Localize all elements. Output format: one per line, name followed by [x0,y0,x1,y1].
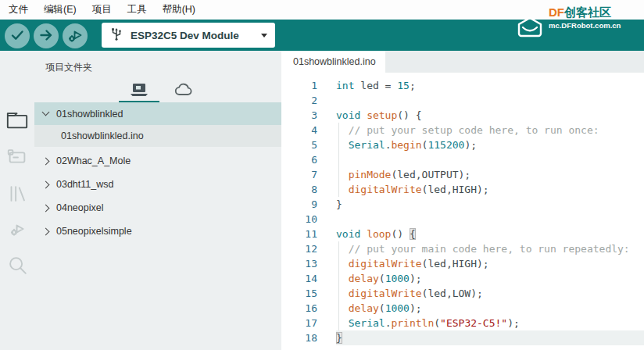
code-line-content [317,152,336,167]
line-number: 13 [281,256,317,271]
line-number: 2 [281,93,317,108]
code-line[interactable]: 15 digitalWrite(led,LOW); [281,286,644,301]
code-line-content: int led = 15; [317,78,416,93]
chevron-right-icon[interactable] [42,227,50,235]
tree-folder-item[interactable]: 05neopixelsimple [34,220,281,242]
debug-button[interactable] [63,23,88,48]
line-number: 15 [281,286,317,301]
line-number: 10 [281,212,317,227]
code-line-content: void loop() { [317,227,416,241]
code-line[interactable]: 2 [281,93,644,108]
code-line-content: digitalWrite(led,LOW); [317,286,483,301]
ide-window: 文件编辑(E)项目工具帮助(H) ESP32C5 Dev Module DF创客… [0,0,644,350]
tree-item-label: 01showblinkled [56,109,123,120]
line-number: 14 [281,271,317,286]
code-line[interactable]: 14 delay(1000); [281,271,644,286]
code-line[interactable]: 17 Serial.println("ESP32-C5!"); [281,316,644,330]
code-line-content: } [317,330,342,345]
tree-item-label: 03dht11_wsd [56,179,113,190]
code-line-content: digitalWrite(led,HIGH); [317,256,489,271]
tree-file-item[interactable]: 01showblinkled.ino [34,125,281,147]
cloud-icon [174,82,195,101]
debug-icon [67,27,83,45]
chevron-right-icon[interactable] [42,180,50,188]
menu-item-3[interactable]: 项目 [90,2,114,18]
tree-item-label: 02Whac_A_Mole [56,155,131,166]
code-line-content: delay(1000); [317,301,422,316]
folder-icon[interactable] [5,109,29,132]
upload-button[interactable] [34,23,59,48]
chevron-right-icon[interactable] [42,157,50,165]
cloud-tab[interactable] [164,82,205,101]
line-number: 7 [281,167,317,182]
tree-folder-item[interactable]: 01showblinkled [34,102,281,125]
editor-tab[interactable]: 01showblinkled.ino [281,51,385,73]
code-line-content: pinMode(led,OUTPUT); [317,167,470,182]
tree-folder-item[interactable]: 02Whac_A_Mole [34,150,281,172]
code-line-content: } [317,197,342,212]
tree-item-label: 04neopixel [56,202,103,213]
file-panel: 项目文件夹 01showblinkled01showblinkled.ino02… [34,51,281,350]
line-number: 18 [281,330,317,345]
code-line[interactable]: 6 [281,152,644,167]
activity-bar [0,51,34,350]
code-line[interactable]: 12 // put your main code here, to run re… [281,241,644,256]
board-icon[interactable] [5,145,29,169]
code-line-content: Serial.println("ESP32-C5!"); [317,316,520,330]
code-line[interactable]: 13 digitalWrite(led,HIGH); [281,256,644,271]
chevron-right-icon[interactable] [42,204,50,212]
line-number: 11 [281,227,317,241]
laptop-icon [129,82,149,101]
local-tab[interactable] [119,82,159,101]
verify-button[interactable] [5,23,30,48]
menu-item-2[interactable]: 编辑(E) [41,2,79,18]
code-line[interactable]: 9} [281,197,644,212]
search-icon[interactable] [5,254,29,277]
tree-item-label: 05neopixelsimple [56,226,132,237]
line-number: 17 [281,316,317,330]
menu-item-4[interactable]: 工具 [125,2,149,18]
line-number: 8 [281,182,317,197]
tree-item-label: 01showblinkled.ino [61,130,144,141]
board-selector[interactable]: ESP32C5 Dev Module [102,23,275,48]
code-line[interactable]: 16 delay(1000); [281,301,644,316]
board-selector-label: ESP32C5 Dev Module [131,30,258,41]
line-number: 5 [281,138,317,152]
library-icon[interactable] [5,182,29,205]
file-tree: 01showblinkled01showblinkled.ino02Whac_A… [34,102,281,244]
code-line-content: // put your main code here, to run repea… [317,241,630,256]
code-line-content: Serial.begin(115200); [317,138,477,152]
line-number: 3 [281,108,317,123]
code-line[interactable]: 4 // put your setup code here, to run on… [281,123,644,138]
code-editor[interactable]: 01showblinkled.ino 1int led = 15;23void … [281,51,644,350]
debug-icon[interactable] [5,217,29,241]
code-line[interactable]: 5 Serial.begin(115200); [281,138,644,152]
line-number: 4 [281,123,317,138]
file-panel-title: 项目文件夹 [45,61,92,74]
chevron-down-icon [261,34,267,38]
brand-title: DF创客社区 [549,5,611,20]
code-line[interactable]: 7 pinMode(led,OUTPUT); [281,167,644,182]
menu-item-5[interactable]: 帮助(H) [160,2,198,18]
line-number: 1 [281,78,317,93]
code-line[interactable]: 8 digitalWrite(led,HIGH); [281,182,644,197]
code-line-content: // put your setup code here, to run once… [317,123,599,138]
code-line[interactable]: 18} [281,330,644,345]
code-line[interactable]: 1int led = 15; [281,78,644,93]
code-line-content: void setup() { [317,108,422,123]
code-line-content: delay(1000); [317,271,422,286]
chevron-down-icon[interactable] [42,109,50,116]
code-line[interactable]: 3void setup() { [281,108,644,123]
line-number: 12 [281,241,317,256]
code-line[interactable]: 11void loop() { [281,227,644,241]
tree-folder-item[interactable]: 03dht11_wsd [34,173,281,195]
menu-item-1[interactable]: 文件 [6,2,30,18]
code-line-content [317,212,336,227]
brand-site-url: mc.DFRobot.com.cn [549,21,621,30]
arrow-right-icon [38,27,54,45]
code-line[interactable]: 10 [281,212,644,227]
editor-tab-bar: 01showblinkled.ino [281,51,644,73]
check-icon [9,27,25,45]
tree-folder-item[interactable]: 04neopixel [34,197,281,219]
code-area[interactable]: 1int led = 15;23void setup() {4 // put y… [281,73,644,350]
